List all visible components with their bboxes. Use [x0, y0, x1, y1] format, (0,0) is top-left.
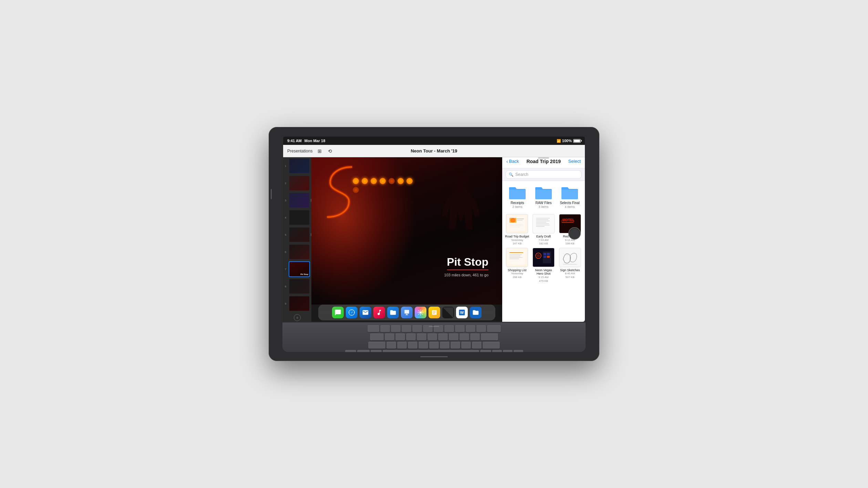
- file-neon-meta: 9:12 AM 198 KB: [565, 238, 575, 246]
- dock-app-files[interactable]: [387, 307, 399, 318]
- key-w: [391, 325, 401, 332]
- svg-rect-2: [404, 310, 409, 314]
- file-vegas-name: Neon Vegas Hero Shot: [531, 268, 556, 276]
- dock-app-mail[interactable]: [360, 307, 371, 318]
- key-c: [408, 342, 417, 349]
- dock-app-browse[interactable]: Browse: [470, 307, 482, 318]
- slide-title: Neon Tour - March '19: [411, 148, 457, 153]
- key-x: [397, 342, 407, 349]
- key-g: [427, 333, 437, 340]
- folder-receipts-count: 2 items: [512, 205, 522, 209]
- folder-receipts-icon: [508, 185, 526, 200]
- dock-app-dark[interactable]: [442, 307, 454, 318]
- key-h: [438, 333, 448, 340]
- slide-item-4[interactable]: 4: [283, 209, 311, 226]
- status-bar: 9:41 AM Mon Mar 18 📶 100%: [283, 137, 585, 145]
- svg-rect-14: [509, 227, 520, 227]
- key-fn: [345, 350, 356, 352]
- file-draft-meta: 7:03 AM 182 KB: [538, 238, 548, 246]
- file-items-grid: Road Trip Budget Yesterday 147 KB: [505, 214, 582, 286]
- folder-raw-files[interactable]: RAW Files 3 items: [531, 184, 556, 210]
- fold-handle: [429, 326, 439, 327]
- undo-btn[interactable]: ⟲: [327, 148, 333, 154]
- add-slide-btn[interactable]: +: [283, 312, 311, 322]
- slide-item-1[interactable]: 1: [283, 157, 311, 174]
- svg-point-0: [454, 169, 468, 187]
- folders-row: Receipts 2 items: [505, 184, 582, 210]
- add-slide-icon: +: [294, 314, 301, 321]
- dock-app-messages[interactable]: [332, 307, 344, 318]
- svg-rect-17: [536, 219, 548, 220]
- slide-item-8[interactable]: 8: [283, 278, 311, 295]
- key-return: [481, 333, 498, 340]
- presentations-btn[interactable]: Presentations: [287, 149, 312, 153]
- search-input[interactable]: Search: [515, 172, 578, 177]
- folder-selects-final[interactable]: Selects Final 4 items: [557, 184, 582, 210]
- file-item-budget[interactable]: Road Trip Budget Yesterday 147 KB: [505, 214, 529, 246]
- files-content: Receipts 2 items: [502, 181, 585, 322]
- key-shift-l: [368, 342, 385, 349]
- drag-handle: [538, 157, 549, 159]
- slide-item-5[interactable]: 5: [283, 226, 311, 243]
- folder-receipts[interactable]: Receipts 2 items: [505, 184, 530, 210]
- dock-app-music[interactable]: [373, 307, 385, 318]
- slide-item-7[interactable]: 7 Pit Stop: [283, 261, 311, 278]
- search-box[interactable]: 🔍 Search: [506, 170, 581, 179]
- slide-item-3[interactable]: 3: [283, 192, 311, 209]
- slide-item-6[interactable]: 6: [283, 243, 311, 261]
- key-space: [383, 350, 479, 352]
- slide-item-2[interactable]: 2: [283, 174, 311, 192]
- view-toggle-icon[interactable]: ⊞: [317, 148, 323, 154]
- svg-point-35: [537, 254, 540, 257]
- file-budget-meta: Yesterday 147 KB: [511, 238, 523, 246]
- key-r: [412, 325, 422, 332]
- slide-item-9[interactable]: 9: [283, 295, 311, 312]
- keynote-toolbar: Presentations ⊞ ⟲ Neon Tour - March '19: [283, 145, 585, 157]
- dock-app-keynote[interactable]: [401, 307, 413, 318]
- status-date: Mon Mar 18: [304, 139, 326, 143]
- key-a: [385, 333, 394, 340]
- ipad-bottom: [420, 352, 448, 361]
- svg-rect-39: [544, 256, 546, 258]
- key-n: [440, 342, 450, 349]
- dock-app-photos[interactable]: [415, 307, 426, 318]
- svg-rect-37: [544, 253, 546, 255]
- svg-rect-11: [517, 220, 523, 221]
- key-down: [503, 350, 513, 352]
- key-b: [429, 342, 439, 349]
- folder-selects-icon: [561, 185, 579, 200]
- dock-app-notes[interactable]: [428, 307, 440, 318]
- file-shopping-name: Shopping List: [508, 268, 527, 272]
- key-alt-r: [480, 350, 491, 352]
- file-sketches-meta: 8:40 AM 507 KB: [565, 272, 575, 279]
- dock-app-safari[interactable]: [346, 307, 358, 318]
- file-item-draft[interactable]: Early Draft 7:03 AM 182 KB: [531, 214, 556, 246]
- key-comma: [461, 342, 471, 349]
- file-budget-name: Road Trip Budget: [505, 235, 529, 238]
- key-caps: [370, 333, 384, 340]
- folder-selects-count: 4 items: [565, 205, 575, 209]
- file-thumb-vegas: [533, 248, 555, 267]
- wifi-icon: 📶: [557, 139, 561, 143]
- slide-thumb-8: [289, 279, 309, 294]
- slide-thumb-1: [289, 159, 309, 173]
- home-button[interactable]: [568, 227, 581, 240]
- dock-app-word[interactable]: W: [456, 307, 468, 318]
- files-back-btn[interactable]: ‹ Back: [506, 159, 519, 164]
- svg-rect-20: [536, 223, 549, 224]
- folder-raw-icon: [535, 185, 552, 200]
- slide-thumb-2: [289, 176, 309, 190]
- key-f: [417, 333, 426, 340]
- file-item-vegas[interactable]: Neon Vegas Hero Shot 9:15 AM 479 KB: [531, 248, 556, 283]
- svg-rect-29: [509, 254, 522, 255]
- key-left: [492, 350, 502, 352]
- file-item-shopping[interactable]: Shopping List Yesterday 268 KB: [505, 248, 529, 283]
- files-select-btn[interactable]: Select: [568, 159, 581, 164]
- file-sketches-name: Sign Sketches: [560, 268, 580, 272]
- file-thumb-draft: [533, 214, 555, 233]
- battery-percent: 100%: [562, 139, 572, 143]
- key-s: [395, 333, 405, 340]
- file-item-sketches[interactable]: Sign Sketches 8:40 AM 507 KB: [558, 248, 582, 283]
- files-back-label: Back: [509, 159, 519, 164]
- side-button[interactable]: [271, 189, 272, 199]
